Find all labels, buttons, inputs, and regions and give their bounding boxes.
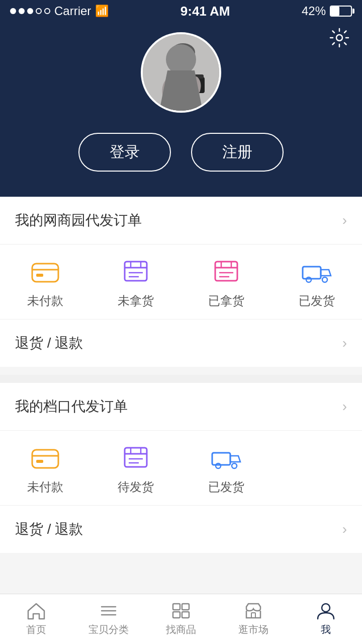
status-left: Carrier 📶 [10, 4, 109, 18]
svg-point-35 [232, 463, 237, 468]
svg-point-3 [171, 43, 195, 61]
auth-buttons: 登录 注册 [78, 133, 284, 172]
nav-me-label: 我 [321, 623, 331, 636]
svg-rect-33 [212, 453, 230, 465]
svg-point-0 [336, 35, 342, 41]
svg-rect-42 [182, 612, 189, 618]
wangshang-chevron: › [342, 212, 347, 228]
shipped-item-1[interactable]: 已发货 [272, 260, 362, 309]
svg-rect-1 [143, 34, 219, 111]
svg-rect-41 [173, 612, 180, 618]
svg-rect-21 [303, 267, 321, 279]
battery-icon [330, 6, 352, 17]
svg-point-44 [322, 604, 330, 612]
svg-rect-43 [251, 613, 255, 618]
dangkou-chevron: › [342, 398, 347, 415]
pending-ship-item[interactable]: 待发货 [90, 446, 181, 495]
content: 我的网商园代发订单 › 未付款 [0, 197, 362, 616]
status-time: 9:41 AM [180, 4, 230, 19]
wangshang-title: 我的网商园代发订单 [15, 211, 142, 230]
separator-1 [0, 375, 362, 383]
picked-item[interactable]: 已拿货 [181, 260, 272, 309]
nav-category-label: 宝贝分类 [88, 623, 129, 636]
unpaid-label-1: 未付款 [27, 293, 63, 309]
nav-home[interactable]: 首页 [0, 598, 72, 640]
signal-dots [10, 8, 50, 14]
unpicked-label-1: 未拿货 [118, 293, 154, 309]
svg-point-2 [172, 45, 194, 71]
status-bar: Carrier 📶 9:41 AM 42% [0, 0, 362, 22]
dangkou-title: 我的档口代发订单 [15, 397, 128, 416]
bottom-nav: 首页 宝贝分类 找商品 逛市场 我 [0, 594, 362, 644]
unpaid-label-2: 未付款 [27, 479, 63, 495]
svg-rect-6 [32, 264, 58, 282]
unpaid-item[interactable]: 未付款 [0, 260, 90, 309]
login-button[interactable]: 登录 [78, 133, 171, 172]
nav-market-label: 逛市场 [238, 623, 268, 636]
svg-rect-27 [125, 448, 147, 467]
svg-point-23 [322, 277, 327, 282]
register-button[interactable]: 注册 [191, 133, 284, 172]
wangshang-order-icons: 未付款 未拿货 [0, 245, 362, 319]
nav-market[interactable]: 逛市场 [217, 598, 290, 640]
avatar [141, 32, 221, 113]
wifi-icon: 📶 [95, 5, 109, 18]
svg-rect-24 [32, 450, 58, 468]
refund-title-1: 退货 / 退款 [15, 334, 83, 353]
refund-row-1[interactable]: 退货 / 退款 › [0, 319, 362, 367]
nav-category[interactable]: 宝贝分类 [72, 598, 145, 640]
refund-title-2: 退货 / 退款 [15, 520, 83, 539]
pending-ship-label: 待发货 [118, 479, 154, 495]
unpaid-item-2[interactable]: 未付款 [0, 446, 90, 495]
nav-me[interactable]: 我 [290, 598, 362, 640]
svg-rect-40 [182, 604, 189, 610]
wangshang-section: 我的网商园代发订单 › 未付款 [0, 197, 362, 367]
shipped-label-1: 已发货 [299, 293, 335, 309]
unpicked-item[interactable]: 未拿货 [90, 260, 181, 309]
carrier-text: Carrier [54, 4, 91, 18]
nav-find[interactable]: 找商品 [145, 598, 217, 640]
picked-label-1: 已拿货 [208, 293, 244, 309]
wangshang-header[interactable]: 我的网商园代发订单 › [0, 197, 362, 245]
shipped-item-2[interactable]: 已发货 [181, 446, 272, 495]
svg-rect-26 [36, 460, 43, 463]
nav-find-label: 找商品 [166, 623, 196, 636]
dangkou-order-icons: 未付款 待发货 [0, 431, 362, 505]
svg-rect-39 [173, 604, 180, 610]
status-right: 42% [302, 4, 352, 18]
profile-header: 登录 注册 [0, 22, 362, 197]
svg-rect-15 [215, 262, 237, 281]
shipped-label-2: 已发货 [208, 479, 244, 495]
svg-rect-8 [36, 274, 43, 277]
settings-icon[interactable] [329, 27, 350, 48]
refund-chevron-2: › [342, 521, 347, 537]
battery-percent: 42% [302, 4, 326, 18]
nav-home-label: 首页 [26, 623, 46, 636]
refund-row-2[interactable]: 退货 / 退款 › [0, 505, 362, 553]
dangkou-header[interactable]: 我的档口代发订单 › [0, 383, 362, 431]
dangkou-section: 我的档口代发订单 › 未付款 [0, 383, 362, 553]
refund-chevron-1: › [342, 335, 347, 351]
svg-rect-9 [125, 262, 147, 281]
